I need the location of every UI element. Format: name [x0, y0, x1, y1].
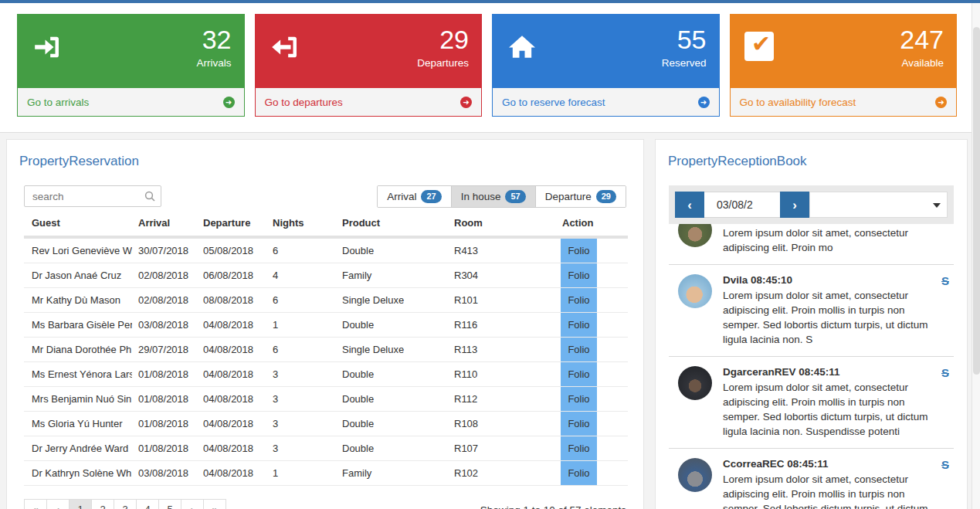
tab-departure[interactable]: Departure 29 — [535, 186, 626, 207]
page-scrollbar[interactable] — [972, 3, 980, 509]
message-author-time: Dvila 08:45:10 — [723, 274, 935, 286]
pagination-prev-button[interactable]: ‹ — [46, 499, 70, 509]
go-to-availability-forecast-link[interactable]: Go to availability forecast ➜ — [731, 88, 957, 116]
tab-in-house-badge: 57 — [505, 190, 525, 203]
folio-button[interactable]: Folio — [561, 387, 597, 411]
date-input[interactable] — [704, 192, 780, 218]
tab-departure-label: Departure — [545, 191, 592, 202]
table-footer: « ‹ 1 2 3 4 5 › » Showing 1 to 10 of 57 … — [24, 499, 626, 509]
arrow-circle-right-icon: ➜ — [223, 97, 235, 108]
nights-cell: 6 — [266, 237, 336, 263]
go-to-departures-link[interactable]: Go to departures ➜ — [256, 88, 482, 116]
previous-day-button[interactable]: ‹ — [675, 192, 704, 218]
folio-button[interactable]: Folio — [561, 338, 597, 361]
available-card-body: ✔ 247 Available — [731, 15, 957, 88]
main-content: PropertyReservation Arrival 27 — [0, 133, 980, 509]
home-icon — [507, 32, 537, 63]
pagination-page-3[interactable]: 3 — [114, 499, 137, 509]
nights-cell: 3 — [266, 362, 336, 387]
product-cell: Double — [336, 237, 448, 263]
product-cell: Family — [336, 461, 448, 486]
reservation-panel-title: PropertyReservation — [19, 154, 636, 169]
pagination-page-4[interactable]: 4 — [136, 499, 159, 509]
product-cell: Family — [336, 263, 448, 288]
col-action: Action — [556, 214, 628, 237]
folio-button[interactable]: Folio — [561, 461, 597, 485]
pagination-page-5[interactable]: 5 — [158, 499, 181, 509]
guest-cell: Ms Barbara Gisèle Per — [24, 313, 132, 338]
reservations-table: Guest Arrival Departure Nights Product R… — [24, 214, 628, 486]
arrival-cell: 01/08/2018 — [132, 362, 197, 387]
tab-arrival[interactable]: Arrival 27 — [378, 186, 451, 207]
pagination-page-2[interactable]: 2 — [91, 499, 114, 509]
departure-cell: 06/08/2018 — [197, 263, 266, 288]
table-row: Ms Gloria Yú Hunter 01/08/2018 04/08/201… — [24, 412, 628, 436]
departure-cell: 05/08/2018 — [197, 237, 266, 263]
nights-cell: 4 — [266, 263, 336, 288]
message-text: Lorem ipsum dolor sit amet, consectetur … — [723, 472, 935, 509]
folio-button[interactable]: Folio — [561, 412, 597, 436]
message-text: Lorem ipsum dolor sit amet, consectetur … — [723, 380, 935, 439]
nights-cell: 1 — [266, 313, 336, 338]
guest-cell: Dr Jerry Andrée Ward — [24, 436, 132, 461]
col-room: Room — [448, 214, 556, 237]
next-day-button[interactable]: › — [780, 192, 809, 218]
tab-in-house[interactable]: In house 57 — [451, 186, 535, 207]
folio-button[interactable]: Folio — [561, 362, 597, 386]
col-guest: Guest — [24, 214, 132, 237]
table-row: Mr Kathy Dù Mason 02/08/2018 08/08/2018 … — [24, 288, 628, 313]
pagination-last-button[interactable]: » — [203, 499, 226, 509]
table-row: Dr Jason Anaé Cruz 02/08/2018 06/08/2018… — [24, 263, 628, 288]
folio-button[interactable]: Folio — [561, 263, 597, 287]
sign-out-icon — [270, 32, 300, 63]
strikethrough-icon[interactable]: S — [941, 366, 949, 379]
search-icon — [144, 191, 155, 205]
departure-cell: 04/08/2018 — [197, 362, 266, 387]
table-row: Rev Lori Geneviève Wa 30/07/2018 05/08/2… — [24, 237, 628, 263]
pagination-page-1[interactable]: 1 — [69, 499, 92, 509]
table-row: Ms Barbara Gisèle Per 03/08/2018 04/08/2… — [24, 313, 628, 338]
reserved-card-body: 55 Reserved — [493, 15, 719, 88]
product-cell: Single Deluxe — [336, 338, 448, 362]
property-reservation-panel: PropertyReservation Arrival 27 — [6, 139, 644, 509]
folio-button[interactable]: Folio — [561, 288, 597, 312]
search-input[interactable] — [24, 185, 161, 207]
departure-cell: 04/08/2018 — [197, 461, 266, 486]
summary-cards-band: 32 Arrivals Go to arrivals ➜ 29 Departur… — [0, 3, 980, 133]
search-box — [24, 185, 161, 207]
arrival-cell: 02/08/2018 — [132, 288, 197, 313]
reserved-card: 55 Reserved Go to reserve forecast ➜ — [492, 14, 720, 117]
pagination-first-button[interactable]: « — [24, 499, 47, 509]
message-text: Lorem ipsum dolor sit amet, consectetur … — [723, 226, 935, 255]
nights-cell: 6 — [266, 338, 336, 362]
go-to-arrivals-link[interactable]: Go to arrivals ➜ — [18, 88, 244, 116]
arrival-cell: 03/08/2018 — [132, 461, 197, 486]
nights-cell: 6 — [266, 288, 336, 313]
arrival-cell: 01/08/2018 — [132, 387, 197, 412]
table-row: Mr Diana Dorothée Ph 29/07/2018 04/08/20… — [24, 338, 628, 362]
guest-cell: Mrs Benjamin Nuó Sin — [24, 387, 132, 412]
folio-button[interactable]: Folio — [561, 239, 597, 263]
strikethrough-icon[interactable]: S — [941, 274, 949, 287]
avatar — [678, 274, 712, 308]
nights-cell: 3 — [266, 412, 336, 436]
scrollbar-thumb[interactable] — [973, 27, 980, 375]
product-cell: Double — [336, 387, 448, 412]
departures-card-body: 29 Departures — [256, 15, 482, 88]
reception-messages-list: Lorem ipsum dolor sit amet, consectetur … — [669, 224, 954, 509]
nights-cell: 3 — [266, 387, 336, 412]
departure-cell: 04/08/2018 — [197, 313, 266, 338]
date-navigation: ‹ › — [675, 192, 809, 218]
reception-filter-select[interactable] — [809, 192, 948, 218]
avatar — [678, 458, 712, 492]
go-to-reserve-forecast-link[interactable]: Go to reserve forecast ➜ — [493, 88, 719, 116]
strikethrough-icon[interactable]: S — [941, 458, 949, 471]
folio-button[interactable]: Folio — [561, 436, 597, 460]
room-cell: R107 — [448, 436, 556, 461]
arrival-cell: 30/07/2018 — [132, 237, 197, 263]
pagination-next-button[interactable]: › — [181, 499, 204, 509]
room-cell: R413 — [448, 237, 556, 263]
folio-button[interactable]: Folio — [561, 313, 597, 337]
pagination: « ‹ 1 2 3 4 5 › » — [24, 499, 226, 509]
tab-arrival-label: Arrival — [387, 191, 416, 202]
